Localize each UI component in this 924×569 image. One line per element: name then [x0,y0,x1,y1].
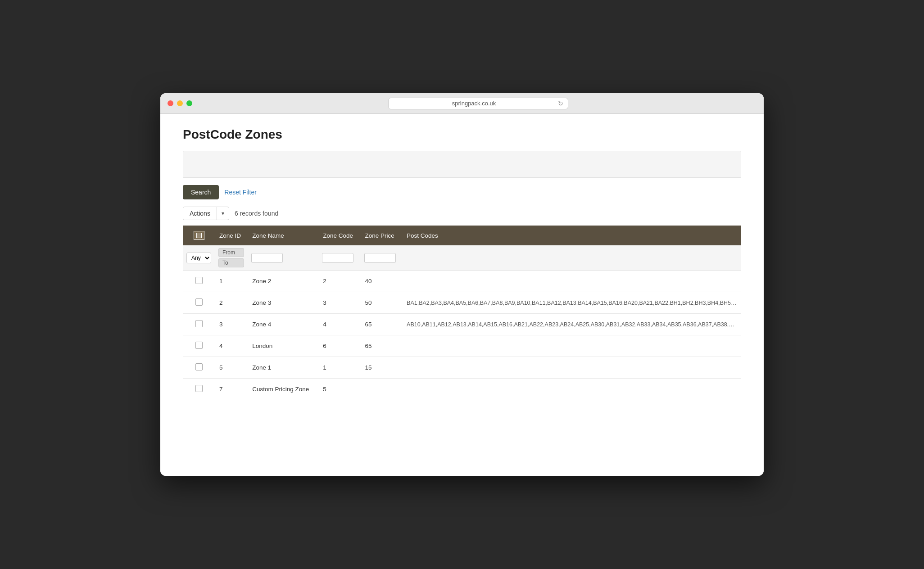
row-zone-name: Zone 2 [248,271,318,292]
row-post-codes [402,271,741,292]
records-count: 6 records found [235,210,278,217]
row-zone-id: 1 [215,271,248,292]
browser-chrome: springpack.co.uk ↻ [160,93,764,114]
actions-bar: Actions ▾ 6 records found [183,207,741,220]
row-checkbox[interactable] [195,320,203,327]
row-checkbox[interactable] [195,342,203,349]
reset-filter-link[interactable]: Reset Filter [224,189,257,196]
row-zone-price [361,379,402,400]
row-checkbox-cell[interactable] [183,335,215,357]
row-zone-id: 2 [215,292,248,314]
table-row: 3Zone 4465AB10,AB11,AB12,AB13,AB14,AB15,… [183,314,741,335]
page-title: PostCode Zones [183,127,741,142]
row-zone-code: 2 [318,271,360,292]
row-zone-code: 6 [318,335,360,357]
filter-zone-name-cell[interactable] [248,245,318,271]
actions-caret-icon[interactable]: ▾ [217,208,229,219]
filter-row: Any From To [183,245,741,271]
filter-bar [183,151,741,178]
row-zone-code: 4 [318,314,360,335]
address-bar[interactable]: springpack.co.uk ↻ [388,98,568,109]
table-row: 4London665 [183,335,741,357]
url-display: springpack.co.uk [393,100,555,107]
actions-label: Actions [183,207,217,220]
row-checkbox[interactable] [195,277,203,284]
row-zone-id: 3 [215,314,248,335]
actions-dropdown[interactable]: Actions ▾ [183,207,229,220]
row-zone-name: Zone 1 [248,357,318,379]
header-zone-price[interactable]: Zone Price [361,226,402,245]
table-row: 5Zone 1115 [183,357,741,379]
any-select[interactable]: Any [187,253,211,263]
header-zone-code[interactable]: Zone Code [318,226,360,245]
row-post-codes: BA1,BA2,BA3,BA4,BA5,BA6,BA7,BA8,BA9,BA10… [402,292,741,314]
row-zone-name: Zone 3 [248,292,318,314]
row-zone-price: 50 [361,292,402,314]
filter-zone-code-cell[interactable] [318,245,360,271]
from-label: From [218,248,244,257]
close-button[interactable] [168,100,173,106]
to-label: To [218,258,244,267]
row-checkbox-cell[interactable] [183,314,215,335]
search-toolbar: Search Reset Filter [183,185,741,199]
table-row: 7Custom Pricing Zone5 [183,379,741,400]
filter-zone-price-input[interactable] [364,253,396,263]
row-zone-id: 7 [215,379,248,400]
row-checkbox-cell[interactable] [183,379,215,400]
browser-window: springpack.co.uk ↻ PostCode Zones Search… [160,93,764,476]
filter-zone-name-input[interactable] [251,253,283,263]
row-zone-price: 65 [361,335,402,357]
traffic-lights [168,100,192,106]
filter-zone-code-input[interactable] [322,253,353,263]
row-checkbox[interactable] [195,385,203,392]
row-checkbox-cell[interactable] [183,271,215,292]
row-zone-price: 40 [361,271,402,292]
filter-any-cell[interactable]: Any [183,245,215,271]
row-zone-name: Zone 4 [248,314,318,335]
filter-zone-price-cell[interactable] [361,245,402,271]
row-zone-code: 5 [318,379,360,400]
table-header-row: Zone ID Zone Name Zone Code Zone Price P… [183,226,741,245]
row-post-codes [402,335,741,357]
page-content: PostCode Zones Search Reset Filter Actio… [160,114,764,476]
row-zone-code: 3 [318,292,360,314]
header-post-codes[interactable]: Post Codes [402,226,741,245]
row-checkbox[interactable] [195,363,203,370]
reload-icon[interactable]: ↻ [558,100,563,107]
row-zone-id: 5 [215,357,248,379]
data-table: Zone ID Zone Name Zone Code Zone Price P… [183,226,741,400]
header-checkbox-cell[interactable] [183,226,215,245]
row-checkbox-cell[interactable] [183,357,215,379]
filter-zone-id-cell: From To [215,245,248,271]
header-zone-name[interactable]: Zone Name [248,226,318,245]
row-post-codes [402,379,741,400]
maximize-button[interactable] [186,100,192,106]
row-zone-price: 65 [361,314,402,335]
row-zone-code: 1 [318,357,360,379]
header-zone-id[interactable]: Zone ID [215,226,248,245]
row-zone-name: Custom Pricing Zone [248,379,318,400]
search-button[interactable]: Search [183,185,219,199]
table-row: 1Zone 2240 [183,271,741,292]
row-checkbox[interactable] [195,298,203,306]
row-zone-id: 4 [215,335,248,357]
row-checkbox-cell[interactable] [183,292,215,314]
row-post-codes: AB10,AB11,AB12,AB13,AB14,AB15,AB16,AB21,… [402,314,741,335]
filter-post-codes-cell [402,245,741,271]
table-row: 2Zone 3350BA1,BA2,BA3,BA4,BA5,BA6,BA7,BA… [183,292,741,314]
row-post-codes [402,357,741,379]
row-zone-name: London [248,335,318,357]
minimize-button[interactable] [177,100,183,106]
row-zone-price: 15 [361,357,402,379]
